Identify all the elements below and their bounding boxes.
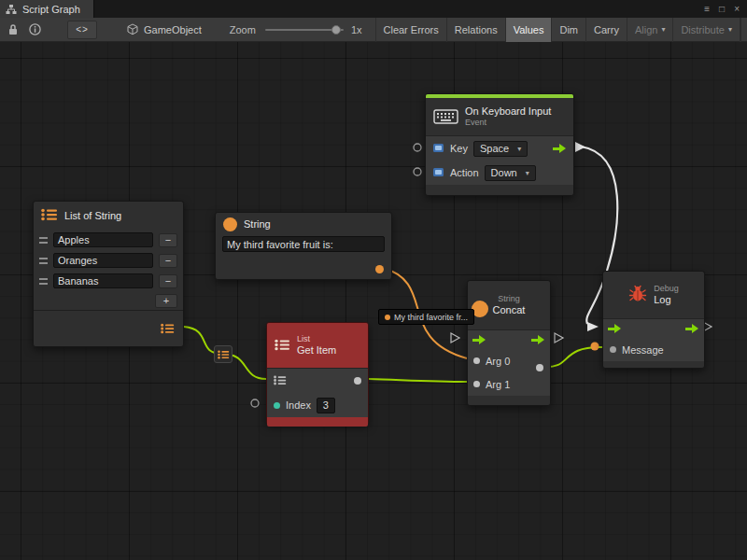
node-get-item[interactable]: List Get Item Index 3 [266, 322, 369, 425]
overview-button[interactable]: Overv [740, 18, 747, 42]
message-input-port[interactable] [610, 346, 616, 353]
tab-script-graph[interactable]: Script Graph [0, 0, 94, 18]
string-type-icon [223, 217, 237, 231]
remove-item-button[interactable]: − [159, 233, 177, 247]
chevron-down-icon: ▾ [728, 25, 732, 34]
close-icon[interactable]: × [734, 4, 740, 14]
string-output-port[interactable] [375, 265, 384, 273]
zoom-slider-handle[interactable] [331, 25, 341, 35]
concat-flow-out[interactable] [531, 335, 545, 345]
distribute-button[interactable]: Distribute ▾ [672, 18, 740, 42]
index-input-port[interactable] [274, 402, 280, 409]
zoom-value: 1x [351, 24, 362, 35]
keyboard-icon [433, 108, 458, 126]
concat-flow-in-port[interactable] [451, 333, 459, 343]
action-dropdown-value: Down [491, 167, 517, 178]
node-concat[interactable]: String Concat Arg 0 Arg 1 [467, 280, 551, 406]
dim-button[interactable]: Dim [551, 18, 585, 42]
list-item-field[interactable]: Apples [53, 232, 153, 247]
getitem-output-port[interactable] [354, 377, 361, 385]
log-flow-row [603, 319, 704, 338]
toolbar-buttons: Clear Errors Relations Values Dim Carry … [375, 18, 747, 42]
relations-button[interactable]: Relations [446, 18, 505, 42]
list-item-field[interactable]: Bananas [53, 273, 153, 288]
concat-flow-out-port[interactable] [555, 333, 563, 343]
log-flow-in[interactable] [608, 324, 622, 334]
list-output-row [34, 310, 183, 346]
action-dropdown[interactable]: Down ▾ [485, 165, 536, 181]
drag-handle-icon[interactable] [39, 258, 48, 264]
clear-errors-button[interactable]: Clear Errors [375, 18, 446, 42]
key-port-row: Key Space ▾ [426, 136, 573, 161]
lock-icon[interactable] [7, 23, 19, 35]
keyboard-flow-out-port[interactable] [553, 144, 567, 154]
carry-button[interactable]: Carry [585, 18, 627, 42]
keyboard-action-input-port[interactable] [414, 168, 421, 175]
script-graph-icon [6, 4, 17, 15]
remove-item-button[interactable]: − [159, 274, 177, 288]
log-message-row: Message [603, 338, 704, 361]
info-icon[interactable] [29, 23, 41, 35]
action-port-label: Action [450, 167, 479, 178]
index-value-field[interactable]: 3 [317, 398, 335, 413]
node-debug-log[interactable]: Debug Log Message [602, 271, 705, 369]
values-button[interactable]: Values [505, 18, 552, 42]
wire-getitem-to-concat-arg1[interactable] [369, 379, 467, 382]
list-item-field[interactable]: Oranges [53, 253, 153, 268]
getitem-node-body: Index 3 [267, 368, 368, 417]
drag-handle-icon[interactable] [39, 278, 48, 285]
string-output-row [216, 253, 391, 281]
string-value-field[interactable]: My third favorite fruit is: [222, 236, 385, 252]
list-input-port[interactable] [274, 375, 287, 387]
log-flow-in-arrow[interactable] [587, 322, 599, 331]
node-string-literal[interactable]: String My third favorite fruit is: [215, 212, 392, 280]
node-list-of-string[interactable]: List of String Apples − Oranges − Banana… [33, 201, 184, 347]
concat-arg1-row: Arg 1 [468, 372, 550, 396]
menu-icon[interactable]: ≡ [704, 4, 710, 14]
title-bar: Script Graph ≡ □ × [0, 0, 747, 18]
log-node-header: Debug Log [603, 272, 704, 318]
gameobject-icon [127, 23, 138, 35]
list-node-header: List of String [34, 202, 183, 230]
bug-icon [628, 285, 647, 305]
add-item-button[interactable]: + [155, 294, 177, 308]
arg0-label: Arg 0 [486, 356, 510, 367]
wire-list-value-badge [214, 345, 233, 363]
node-category: String [498, 294, 520, 304]
concat-output-port[interactable] [536, 364, 543, 371]
drag-handle-icon[interactable] [39, 237, 48, 244]
remove-item-button[interactable]: − [159, 254, 177, 268]
key-dropdown[interactable]: Space ▾ [473, 141, 528, 157]
arg0-input-port[interactable] [473, 357, 480, 364]
arg1-input-port[interactable] [473, 381, 480, 387]
gameobject-context[interactable]: GameObject [127, 23, 202, 35]
concat-flow-in[interactable] [472, 335, 486, 345]
zoom-slider[interactable] [265, 24, 344, 35]
code-preview-icon[interactable]: <> [67, 21, 97, 39]
chevron-down-icon: ▾ [517, 145, 521, 153]
align-label: Align [635, 24, 657, 35]
log-flow-out[interactable] [685, 324, 699, 334]
list-item-row: Apples − [34, 230, 183, 250]
node-on-keyboard-input[interactable]: On Keyboard Input Event Key Space ▾ [425, 93, 574, 196]
getitem-index-input-port[interactable] [251, 399, 259, 407]
wire-string-value-dot [591, 343, 599, 351]
unity-visual-scripting-window: Script Graph ≡ □ × <> GameObject Zoom 1x [0, 0, 747, 560]
graph-canvas[interactable]: On Keyboard Input Event Key Space ▾ [0, 42, 747, 560]
node-title: Concat [493, 304, 526, 316]
keyboard-key-input-port[interactable] [414, 144, 421, 151]
node-title: List of String [64, 210, 121, 222]
node-title: Log [654, 294, 679, 306]
getitem-index-row: Index 3 [267, 393, 368, 417]
key-port-label: Key [450, 143, 468, 154]
maximize-icon[interactable]: □ [719, 4, 725, 14]
message-label: Message [622, 344, 664, 356]
list-output-port[interactable] [161, 323, 175, 336]
concat-node-header: String Concat [468, 281, 550, 329]
keyboard-flow-out-arrow[interactable] [575, 142, 585, 152]
node-title: String [244, 218, 271, 231]
key-dropdown-value: Space [480, 143, 509, 154]
arg1-label: Arg 1 [486, 379, 510, 390]
align-button[interactable]: Align ▾ [627, 18, 672, 42]
concat-node-body: Arg 0 Arg 1 [468, 329, 550, 396]
